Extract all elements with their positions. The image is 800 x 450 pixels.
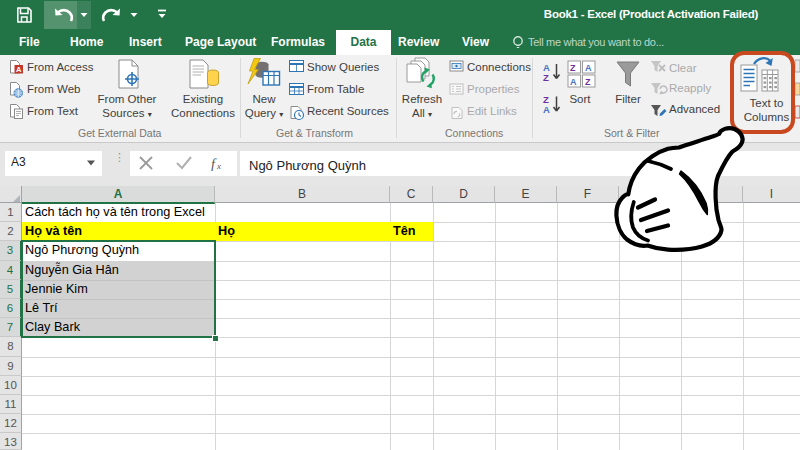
svg-text:A: A bbox=[570, 77, 577, 87]
svg-text:Z: Z bbox=[570, 63, 576, 73]
svg-text:A: A bbox=[543, 104, 550, 115]
svg-text:x: x bbox=[216, 161, 221, 171]
svg-text:Z: Z bbox=[585, 77, 591, 87]
svg-text:A: A bbox=[585, 63, 592, 73]
svg-text:Z: Z bbox=[543, 72, 549, 83]
svg-text:A: A bbox=[16, 65, 22, 74]
